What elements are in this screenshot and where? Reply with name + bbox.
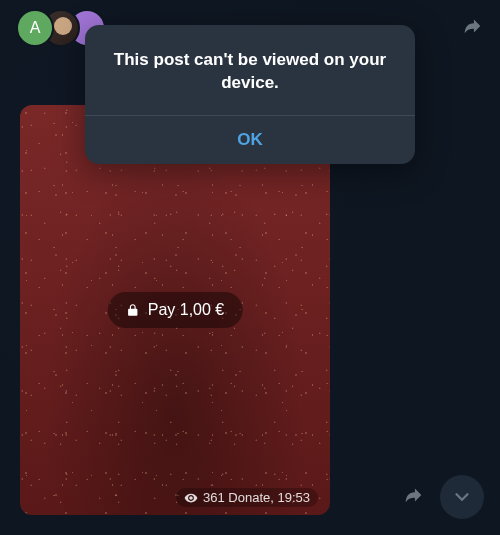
- dialog-overlay: This post can't be viewed on your device…: [0, 0, 500, 535]
- dialog-actions: OK: [85, 115, 415, 164]
- ok-button[interactable]: OK: [237, 130, 263, 150]
- alert-dialog: This post can't be viewed on your device…: [85, 25, 415, 164]
- dialog-message: This post can't be viewed on your device…: [85, 25, 415, 115]
